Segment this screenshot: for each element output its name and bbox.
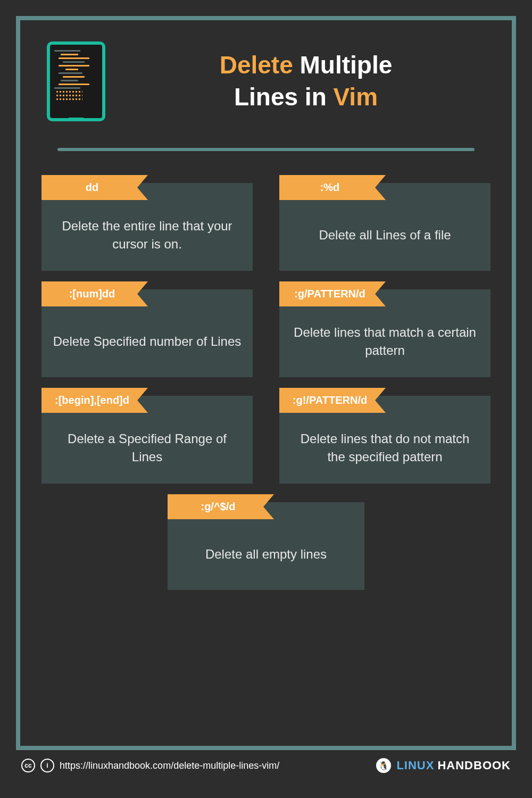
brand-text-handbook: HANDBOOK (437, 759, 511, 772)
title-word-multiple: Multiple (300, 51, 393, 79)
command-card: :%d Delete all Lines of a file (279, 183, 491, 271)
command-description: Delete a Specified Range of Lines (52, 430, 242, 466)
footer-brand: 🐧 LINUX HANDBOOK (376, 758, 511, 773)
command-card: :g/PATTERN/d Delete lines that match a c… (279, 289, 491, 377)
command-card: :g/^$/d Delete all empty lines (168, 502, 364, 590)
command-description: Delete all empty lines (205, 545, 327, 563)
penguin-icon: 🐧 (376, 758, 391, 773)
source-url: https://linuxhandbook.com/delete-multipl… (60, 760, 279, 771)
command-label: :g!/PATTERN/d (279, 388, 386, 413)
divider (57, 148, 475, 151)
command-label: :[begin],[end]d (41, 388, 148, 413)
command-card: :g!/PATTERN/d Delete lines that do not m… (279, 396, 491, 484)
command-description: Delete the entire line that your cursor … (52, 217, 242, 253)
command-description: Delete Specified number of Lines (53, 332, 242, 351)
page-title: Delete Multiple Lines in Vim (127, 49, 485, 113)
content-frame: Delete Multiple Lines in Vim dd Delete t… (16, 16, 516, 750)
attribution-icon: i (40, 759, 54, 772)
cc-license-icon: cc (21, 759, 35, 772)
command-description: Delete all Lines of a file (319, 226, 451, 244)
footer: cc i https://linuxhandbook.com/delete-mu… (16, 750, 516, 773)
command-description: Delete lines that do not match the speci… (290, 430, 480, 466)
command-label: :[num]dd (41, 281, 148, 306)
header: Delete Multiple Lines in Vim (36, 41, 496, 121)
command-card: :[begin],[end]d Delete a Specified Range… (41, 396, 253, 484)
command-description: Delete lines that match a certain patter… (290, 323, 480, 359)
title-word-vim: Vim (334, 83, 378, 111)
command-label: dd (41, 175, 148, 200)
title-word-delete: Delete (220, 51, 293, 79)
tablet-code-icon (47, 41, 105, 121)
footer-attribution: cc i https://linuxhandbook.com/delete-mu… (21, 759, 279, 772)
command-label: :g/^$/d (168, 494, 274, 519)
command-label: :%d (279, 175, 386, 200)
title-word-lines-in: Lines in (234, 83, 327, 111)
commands-grid: dd Delete the entire line that your curs… (36, 183, 496, 590)
command-card: :[num]dd Delete Specified number of Line… (41, 289, 253, 377)
command-label: :g/PATTERN/d (279, 281, 386, 306)
command-card: dd Delete the entire line that your curs… (41, 183, 253, 271)
brand-text-linux: LINUX (396, 759, 434, 772)
